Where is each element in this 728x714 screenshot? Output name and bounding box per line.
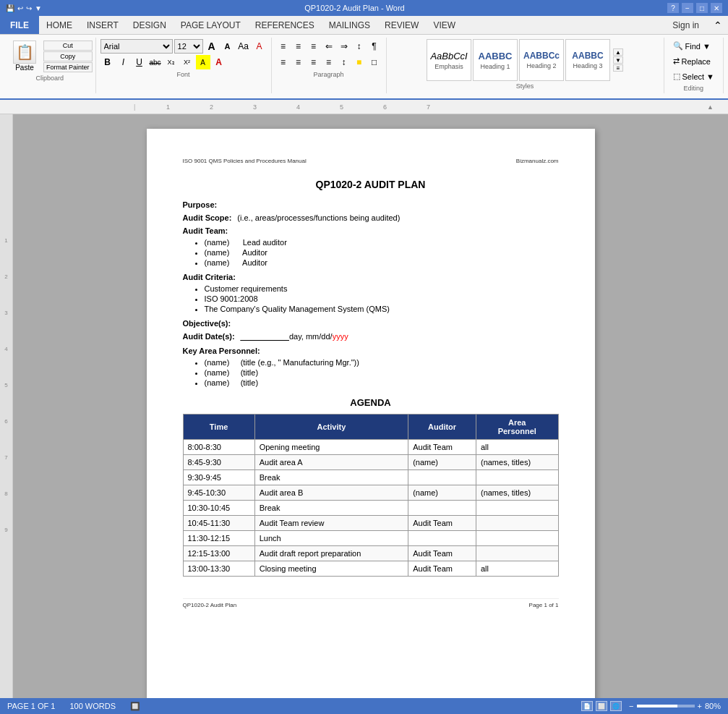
paste-button[interactable]: 📋 Paste xyxy=(7,39,42,73)
cell-personnel xyxy=(476,546,558,561)
select-button[interactable]: ⬚ Select ▼ xyxy=(669,69,719,83)
font-size-select[interactable]: 12 xyxy=(174,39,203,54)
zoom-out-icon[interactable]: − xyxy=(629,702,633,710)
maximize-button[interactable]: □ xyxy=(696,3,708,13)
show-hide-button[interactable]: ¶ xyxy=(367,39,382,54)
align-center-button[interactable]: ≡ xyxy=(291,55,306,69)
help-button[interactable]: ? xyxy=(667,3,679,13)
menu-view[interactable]: VIEW xyxy=(426,18,463,33)
style-h1-preview: AABBC xyxy=(479,51,513,61)
align-left-button[interactable]: ≡ xyxy=(276,55,291,69)
subscript-button[interactable]: X₂ xyxy=(164,55,179,69)
cell-activity: Lunch xyxy=(254,531,408,546)
sign-in-button[interactable]: Sign in xyxy=(664,18,708,33)
menu-insert[interactable]: INSERT xyxy=(80,18,126,33)
find-button[interactable]: 🔍 Find ▼ xyxy=(669,39,719,53)
style-heading3[interactable]: AABBC Heading 3 xyxy=(565,39,610,81)
editing-group: 🔍 Find ▼ ⇄ Replace ⬚ Select ▼ Editing xyxy=(664,38,724,93)
document-page[interactable]: ISO 9001 QMS Policies and Procedures Man… xyxy=(147,129,595,714)
shading-button[interactable]: ■ xyxy=(352,55,367,69)
style-h2-preview: AABBCc xyxy=(523,51,560,61)
underline-button[interactable]: U xyxy=(132,55,147,69)
full-screen-icon[interactable]: ⬜ xyxy=(596,701,607,711)
font-color-button[interactable]: A xyxy=(212,55,226,69)
editing-label: Editing xyxy=(684,85,704,92)
style-heading1[interactable]: AABBC Heading 1 xyxy=(473,39,518,81)
col-auditor: Auditor xyxy=(408,415,476,440)
style-h3-label: Heading 3 xyxy=(573,62,603,69)
style-emphasis[interactable]: AaBbCcI Emphasis xyxy=(427,39,471,81)
menu-design[interactable]: DESIGN xyxy=(126,18,174,33)
menu-review[interactable]: REVIEW xyxy=(377,18,426,33)
border-button[interactable]: □ xyxy=(367,55,382,69)
font-grow-button[interactable]: A xyxy=(205,39,219,54)
replace-button[interactable]: ⇄ Replace xyxy=(669,54,719,68)
cell-activity: Audit Team review xyxy=(254,516,408,531)
strikethrough-button[interactable]: abc xyxy=(148,55,163,69)
text-highlight-button[interactable]: A xyxy=(196,55,210,69)
close-button[interactable]: ✕ xyxy=(711,3,722,13)
cell-personnel: all xyxy=(476,561,558,577)
multilevel-list-button[interactable]: ≡ xyxy=(307,39,321,54)
clear-format-button[interactable]: A xyxy=(252,39,267,54)
audit-team-label: Audit Team: xyxy=(183,226,559,235)
menu-references[interactable]: REFERENCES xyxy=(248,18,322,33)
cell-personnel: all xyxy=(476,440,558,455)
view-icons: 📄 ⬜ 🌐 xyxy=(581,701,622,711)
change-case-button[interactable]: Aa xyxy=(236,39,251,54)
style-heading2[interactable]: AABBCc Heading 2 xyxy=(519,39,564,81)
horizontal-ruler: | 1 2 3 4 5 6 7 ▲ xyxy=(0,100,728,114)
audit-scope-section: Audit Scope: (i.e., areas/processes/func… xyxy=(183,213,559,222)
numbering-button[interactable]: ≡ xyxy=(291,39,306,54)
cell-auditor: (name) xyxy=(408,485,476,501)
purpose-section: Purpose: xyxy=(183,200,559,209)
decrease-indent-button[interactable]: ⇐ xyxy=(322,39,336,54)
bullets-button[interactable]: ≡ xyxy=(276,39,291,54)
zoom-in-icon[interactable]: + xyxy=(698,702,702,710)
table-header-row: Time Activity Auditor AreaPersonnel xyxy=(183,415,558,440)
table-row: 12:15-13:00 Audit draft report preparati… xyxy=(183,546,558,561)
cell-personnel xyxy=(476,516,558,531)
audit-team-item-2: (name) Auditor xyxy=(205,258,559,267)
styles-scroll-down[interactable]: ▼ xyxy=(613,56,623,64)
bold-button[interactable]: B xyxy=(100,55,115,69)
page-footer: QP1020-2 Audit Plan Page 1 of 1 xyxy=(183,598,559,608)
key-area-item-1: (name) (title) xyxy=(205,368,559,377)
styles-more[interactable]: ≡ xyxy=(613,64,623,72)
font-name-select[interactable]: Arial xyxy=(100,39,173,54)
ribbon-collapse-button[interactable]: ⌃ xyxy=(708,20,728,31)
file-menu[interactable]: FILE xyxy=(0,16,39,34)
audit-date-value: ___________day, mm/dd/yyyy xyxy=(241,332,348,341)
key-area-list: (name) (title (e.g., " Manufacturing Mgr… xyxy=(205,358,559,387)
italic-button[interactable]: I xyxy=(116,55,131,69)
line-spacing-button[interactable]: ↕ xyxy=(337,55,351,69)
font-shrink-button[interactable]: A xyxy=(220,39,235,54)
format-painter-button[interactable]: Format Painter xyxy=(43,62,93,72)
web-layout-icon[interactable]: 🌐 xyxy=(610,701,622,711)
zoom-slider[interactable] xyxy=(637,705,695,707)
menu-home[interactable]: HOME xyxy=(39,18,80,33)
status-words: 100 WORDS xyxy=(69,702,116,710)
sort-button[interactable]: ↕ xyxy=(352,39,367,54)
cell-auditor xyxy=(408,470,476,485)
status-track: 🔲 xyxy=(130,702,140,711)
status-bar: PAGE 1 OF 1 100 WORDS 🔲 📄 ⬜ 🌐 − + 80% xyxy=(0,698,728,714)
justify-button[interactable]: ≡ xyxy=(322,55,336,69)
header-right: Bizmanualz.com xyxy=(516,158,559,164)
menu-mailings[interactable]: MAILINGS xyxy=(322,18,377,33)
cell-time: 9:45-10:30 xyxy=(183,485,254,501)
cell-time: 8:45-9:30 xyxy=(183,455,254,470)
minimize-button[interactable]: − xyxy=(682,3,693,13)
copy-button[interactable]: Copy xyxy=(43,51,93,61)
cut-button[interactable]: Cut xyxy=(43,41,93,51)
select-dropdown-icon: ▼ xyxy=(706,72,714,81)
superscript-button[interactable]: X² xyxy=(180,55,194,69)
menu-page-layout[interactable]: PAGE LAYOUT xyxy=(174,18,248,33)
print-layout-icon[interactable]: 📄 xyxy=(581,701,593,711)
styles-scroll-up[interactable]: ▲ xyxy=(613,48,623,56)
align-right-button[interactable]: ≡ xyxy=(307,55,321,69)
cell-activity: Audit area B xyxy=(254,485,408,501)
increase-indent-button[interactable]: ⇒ xyxy=(337,39,351,54)
cell-time: 10:45-11:30 xyxy=(183,516,254,531)
objectives-section: Objective(s): xyxy=(183,319,559,328)
